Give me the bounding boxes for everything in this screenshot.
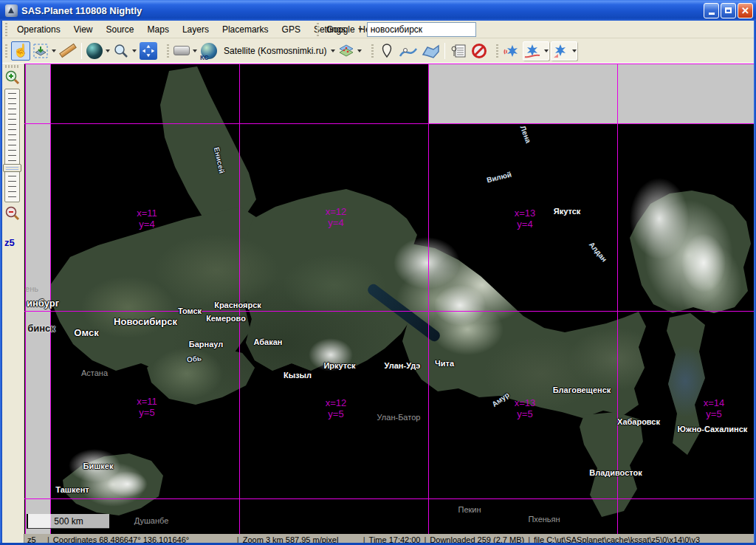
snow-patch — [630, 178, 689, 259]
zoom-slider[interactable] — [4, 89, 20, 202]
zoom-tool-button[interactable] — [112, 41, 137, 61]
zoom-in-icon — [4, 69, 21, 86]
scale-label: 500 km — [54, 516, 83, 527]
cache-mode-button[interactable] — [173, 41, 198, 61]
map-tile-label: x=11y=5 — [137, 396, 157, 418]
add-placemark-button[interactable] — [377, 41, 396, 61]
current-zoom-label: z5 — [4, 237, 15, 248]
map-source-badge: КС — [200, 54, 209, 61]
zoom-slider-thumb[interactable] — [3, 164, 21, 172]
search-engine-label: Google — [326, 24, 355, 35]
toolbar-grip[interactable] — [5, 65, 18, 68]
map-tile-label: x=13y=4 — [515, 208, 536, 230]
menu-source[interactable]: Source — [100, 22, 141, 37]
hide-placemarks-button[interactable] — [470, 41, 489, 61]
search-engine-button[interactable]: Google — [322, 23, 367, 36]
layers-button[interactable] — [337, 41, 362, 61]
menu-gps[interactable]: GPS — [275, 22, 307, 37]
toolbar-grip[interactable] — [166, 44, 170, 58]
map-city-label: Улан-Батор — [377, 413, 421, 422]
zoom-in-button[interactable] — [4, 69, 21, 89]
add-path-button[interactable] — [398, 41, 419, 61]
pan-tool-button[interactable]: ☝ — [11, 41, 30, 61]
chevron-down-icon[interactable] — [106, 49, 110, 52]
chevron-down-icon[interactable] — [357, 49, 362, 52]
menu-bar: OperationsViewSourceMapsLayersPlacemarks… — [2, 21, 754, 38]
grid-line-horizontal — [24, 123, 756, 124]
map-city-label: Чита — [435, 359, 454, 368]
maximize-button[interactable] — [721, 3, 736, 18]
map-city-label: Владивосток — [589, 468, 642, 477]
gps-position-button[interactable] — [551, 41, 577, 61]
title-bar[interactable]: SAS.Planet 110808 Nightly ✕ — [0, 0, 756, 21]
chevron-down-icon[interactable] — [544, 49, 549, 52]
map-city-label: Иркутск — [323, 361, 355, 370]
hand-icon: ☝ — [13, 43, 28, 58]
menu-view[interactable]: View — [67, 22, 100, 37]
window-title: SAS.Planet 110808 Nightly — [21, 5, 702, 16]
chevron-down-icon[interactable] — [572, 49, 577, 52]
gps-signal-icon — [503, 42, 520, 60]
map-source-button[interactable]: КС — [199, 41, 219, 61]
zoom-out-icon — [4, 205, 21, 222]
gps-connect-button[interactable] — [502, 41, 521, 61]
search-toolbar: Google — [314, 21, 476, 38]
close-button[interactable]: ✕ — [738, 3, 753, 18]
toolbar-grip[interactable] — [4, 23, 8, 36]
map-city-label: Благовещенск — [553, 385, 611, 394]
snow-patch — [434, 285, 486, 326]
map-type-selector[interactable]: Satellite (Kosmosnimki.ru) — [220, 41, 336, 61]
map-tile-label: x=14y=5 — [704, 397, 725, 419]
globe-icon — [86, 43, 103, 59]
chevron-down-icon[interactable] — [132, 49, 137, 52]
ruler-icon — [59, 44, 77, 58]
menu-operations[interactable]: Operations — [10, 22, 67, 37]
fullscreen-button[interactable] — [139, 41, 158, 61]
chevron-down-icon[interactable] — [52, 49, 56, 52]
add-polygon-button[interactable] — [420, 41, 441, 61]
map-city-label: Пхеньян — [528, 515, 560, 524]
grid-line-vertical — [239, 64, 240, 534]
toolbar-grip[interactable] — [371, 44, 374, 58]
ruler-button[interactable] — [58, 41, 78, 61]
selection-download-button[interactable] — [32, 41, 57, 61]
chevron-down-icon — [358, 28, 362, 31]
grid-line-vertical — [428, 64, 429, 534]
toolbar-grip[interactable] — [316, 23, 320, 36]
map-city-label: Кызыл — [284, 371, 312, 380]
toolbar-grip[interactable] — [4, 44, 8, 58]
chevron-down-icon[interactable] — [331, 49, 335, 52]
menu-maps[interactable]: Maps — [141, 22, 176, 37]
search-input[interactable] — [367, 22, 476, 37]
zoom-sidebar: z5 — [0, 64, 24, 534]
gps-track-button[interactable] — [523, 41, 549, 61]
placemark-manager-button[interactable] — [449, 41, 468, 61]
grid-line-horizontal — [24, 498, 756, 499]
map-tile-label: x=12y=4 — [326, 206, 347, 228]
map-city-label: Барнаул — [189, 340, 223, 349]
menu-layers[interactable]: Layers — [176, 22, 216, 37]
map-city-label: Астана — [81, 369, 108, 377]
map-city-label: Томск — [178, 306, 202, 315]
menu-placemarks[interactable]: Placemarks — [216, 22, 275, 37]
map-city-label: Омск — [74, 327, 98, 338]
map-city-label: Ташкент — [55, 485, 89, 494]
zoom-out-button[interactable] — [4, 205, 21, 224]
toolbar-separator — [444, 43, 445, 59]
map-city-label: Улан-Удэ — [385, 361, 421, 370]
map-river-label: Лена — [519, 125, 533, 144]
toolbar-separator — [81, 43, 82, 59]
map-canvas[interactable]: 500 km x=11y=4x=12y=4x=13y=4x=11y=5x=12y… — [24, 64, 756, 534]
map-tile-label: x=13y=5 — [515, 397, 536, 419]
map-city-label: Пекин — [458, 505, 481, 514]
toolbar-grip[interactable] — [495, 44, 499, 58]
main-toolbar: ☝ КС — [2, 38, 754, 64]
navigation-globe-button[interactable] — [86, 41, 111, 61]
scale-bar: 500 km — [27, 514, 109, 529]
chevron-down-icon[interactable] — [193, 49, 197, 52]
snow-patch — [394, 237, 460, 289]
map-city-label: Кемерово — [206, 314, 246, 323]
layers-icon — [338, 44, 354, 58]
minimize-button[interactable] — [704, 3, 719, 18]
map-tile-label: x=12y=5 — [326, 397, 347, 419]
